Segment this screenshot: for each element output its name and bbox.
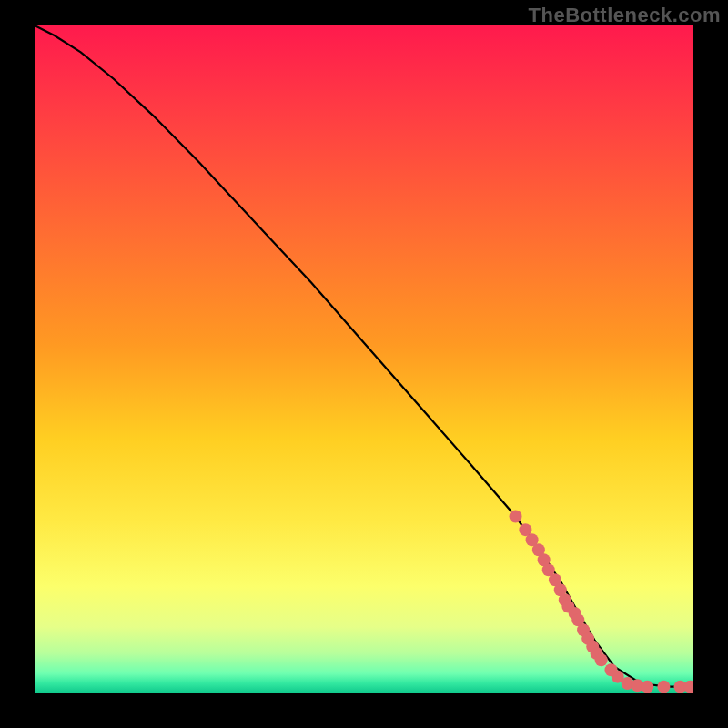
chart-svg (35, 25, 693, 693)
scatter-dot (595, 653, 608, 666)
scatter-dot (657, 681, 670, 693)
scatter-dot (510, 510, 522, 522)
chart-stage: TheBottleneck.com (0, 0, 728, 728)
chart-plot (35, 25, 693, 693)
plot-background (35, 25, 693, 693)
watermark-text: TheBottleneck.com (529, 4, 721, 27)
scatter-dot (641, 681, 653, 693)
